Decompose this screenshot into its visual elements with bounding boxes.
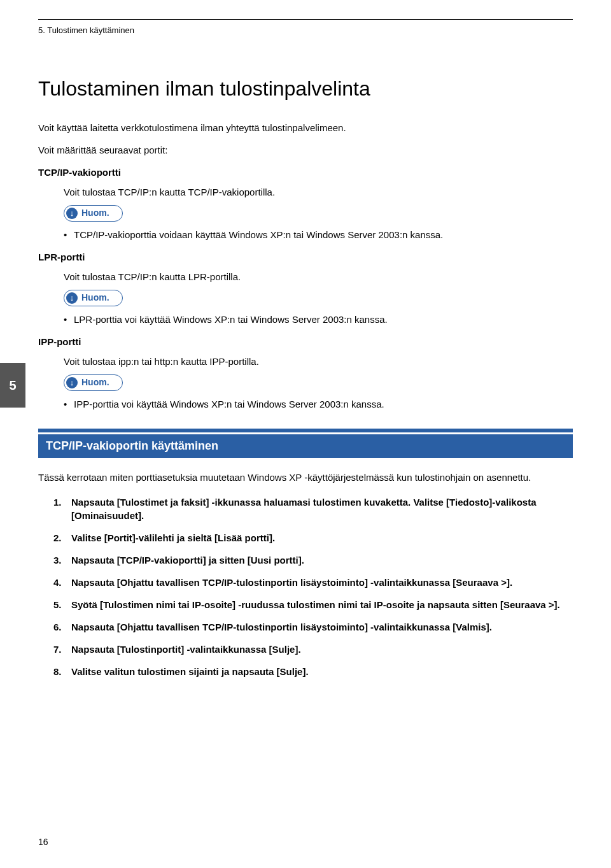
lpr-note-item: LPR-porttia voi käyttää Windows XP:n tai… (74, 313, 573, 326)
note-badge: ↓ Huom. (64, 290, 123, 306)
note-label: Huom. (81, 292, 109, 304)
step-item: Napsauta [Ohjattu tavallisen TCP/IP-tulo… (53, 576, 573, 589)
section-intro: Tässä kerrotaan miten porttiasetuksia mu… (38, 471, 573, 484)
document-page: 5. Tulostimen käyttäminen 5 Tulostaminen… (0, 0, 611, 868)
ipp-port-heading: IPP-portti (38, 335, 573, 348)
tcpip-note-list: TCP/IP-vakioporttia voidaan käyttää Wind… (74, 228, 573, 241)
step-item: Napsauta [Tulostinportit] -valintaikkuna… (53, 643, 573, 656)
step-item: Napsauta [Ohjattu tavallisen TCP/IP-tulo… (53, 620, 573, 634)
tcpip-note-item: TCP/IP-vakioporttia voidaan käyttää Wind… (74, 228, 573, 241)
note-arrow-icon: ↓ (66, 377, 78, 388)
note-arrow-icon: ↓ (66, 208, 78, 219)
chapter-header: 5. Tulostimen käyttäminen (38, 25, 573, 36)
section-heading: TCP/IP-vakioportin käyttäminen (38, 434, 573, 458)
sub-intro-paragraph: Voit määrittää seuraavat portit: (38, 143, 573, 157)
ipp-note-list: IPP-porttia voi käyttää Windows XP:n tai… (74, 397, 573, 411)
note-arrow-icon: ↓ (66, 292, 78, 304)
tcpip-port-heading: TCP/IP-vakioportti (38, 166, 573, 179)
note-label: Huom. (81, 376, 109, 389)
step-item: Syötä [Tulostimen nimi tai IP-osoite] -r… (53, 598, 573, 611)
ipp-note-item: IPP-porttia voi käyttää Windows XP:n tai… (74, 397, 573, 411)
ipp-port-desc: Voit tulostaa ipp:n tai http:n kautta IP… (64, 355, 573, 368)
lpr-note-list: LPR-porttia voi käyttää Windows XP:n tai… (74, 313, 573, 326)
section-heading-bar: TCP/IP-vakioportin käyttäminen (38, 429, 573, 458)
tcpip-port-desc: Voit tulostaa TCP/IP:n kautta TCP/IP-vak… (64, 185, 573, 199)
page-title: Tulostaminen ilman tulostinpalvelinta (38, 75, 573, 103)
step-item: Napsauta [TCP/IP-vakioportti] ja sitten … (53, 553, 573, 567)
note-badge: ↓ Huom. (64, 374, 123, 391)
page-number: 16 (38, 836, 48, 849)
lpr-port-heading: LPR-portti (38, 250, 573, 264)
intro-paragraph: Voit käyttää laitetta verkkotulostimena … (38, 121, 573, 134)
step-item: Napsauta [Tulostimet ja faksit] -ikkunas… (53, 495, 573, 522)
step-item: Valitse valitun tulostimen sijainti ja n… (53, 665, 573, 678)
step-item: Valitse [Portit]-välilehti ja sieltä [Li… (53, 531, 573, 544)
chapter-side-tab: 5 (0, 363, 25, 408)
header-rule (38, 19, 573, 20)
lpr-port-desc: Voit tulostaa TCP/IP:n kautta LPR-portil… (64, 270, 573, 283)
note-label: Huom. (81, 207, 109, 220)
steps-list: Napsauta [Tulostimet ja faksit] -ikkunas… (53, 495, 573, 678)
note-badge: ↓ Huom. (64, 205, 123, 222)
